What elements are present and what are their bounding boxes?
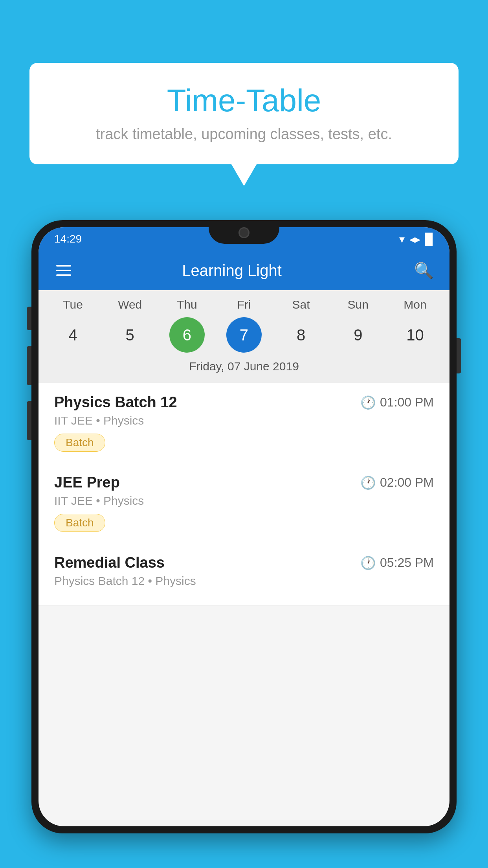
schedule-item-2-header: JEE Prep 🕐 02:00 PM (54, 474, 434, 491)
calendar-strip: Tue Wed Thu Fri Sat Sun Mon 4 5 6 7 8 9 … (39, 290, 449, 383)
schedule-time-label-3: 05:25 PM (380, 555, 434, 570)
phone-mockup: 14:29 ▾ ◂▸ ▉ Learning Light 🔍 (31, 220, 457, 868)
menu-button[interactable] (52, 261, 75, 280)
status-icons: ▾ ◂▸ ▉ (399, 233, 434, 246)
clock-icon-3: 🕐 (360, 555, 376, 570)
schedule-list: Physics Batch 12 🕐 01:00 PM IIT JEE • Ph… (39, 383, 449, 605)
volume-up-button (27, 307, 31, 330)
phone-screen: 14:29 ▾ ◂▸ ▉ Learning Light 🔍 (39, 227, 449, 826)
day-4[interactable]: 4 (55, 317, 91, 353)
schedule-subtitle-2: IIT JEE • Physics (54, 494, 434, 508)
schedule-time-label-2: 02:00 PM (380, 475, 434, 490)
hamburger-line-1 (56, 265, 71, 267)
day-8[interactable]: 8 (283, 317, 319, 353)
power-button (457, 338, 461, 373)
schedule-time-2: 🕐 02:00 PM (360, 475, 434, 490)
schedule-subtitle-3: Physics Batch 12 • Physics (54, 574, 434, 588)
day-numbers: 4 5 6 7 8 9 10 (39, 317, 449, 353)
day-header-wed: Wed (110, 298, 150, 311)
app-title: Learning Light (75, 262, 412, 280)
status-time: 14:29 (54, 233, 82, 245)
battery-icon: ▉ (425, 233, 434, 246)
bubble-subtitle: track timetable, upcoming classes, tests… (53, 126, 435, 143)
day-header-sun: Sun (338, 298, 378, 311)
day-headers: Tue Wed Thu Fri Sat Sun Mon (39, 298, 449, 311)
signal-icon: ◂▸ (409, 233, 420, 246)
day-header-fri: Fri (224, 298, 264, 311)
wifi-icon: ▾ (399, 233, 405, 246)
schedule-item-3[interactable]: Remedial Class 🕐 05:25 PM Physics Batch … (39, 543, 449, 605)
app-bar: Learning Light 🔍 (39, 251, 449, 290)
schedule-subtitle-1: IIT JEE • Physics (54, 414, 434, 427)
schedule-item-1[interactable]: Physics Batch 12 🕐 01:00 PM IIT JEE • Ph… (39, 383, 449, 463)
speech-bubble-container: Time-Table track timetable, upcoming cla… (29, 63, 459, 164)
schedule-time-label-1: 01:00 PM (380, 395, 434, 410)
schedule-time-3: 🕐 05:25 PM (360, 555, 434, 570)
day-5[interactable]: 5 (112, 317, 148, 353)
volume-down-button (27, 346, 31, 385)
day-10[interactable]: 10 (397, 317, 433, 353)
schedule-title-1: Physics Batch 12 (54, 394, 177, 411)
clock-icon-1: 🕐 (360, 395, 376, 410)
day-7-selected[interactable]: 7 (226, 317, 262, 353)
hamburger-line-3 (56, 274, 71, 276)
phone-notch (209, 220, 279, 244)
search-button[interactable]: 🔍 (412, 261, 436, 280)
speech-bubble: Time-Table track timetable, upcoming cla… (29, 63, 459, 164)
front-camera (238, 227, 250, 238)
day-6-today[interactable]: 6 (169, 317, 205, 353)
day-header-mon: Mon (395, 298, 435, 311)
day-header-sat: Sat (281, 298, 321, 311)
schedule-item-1-header: Physics Batch 12 🕐 01:00 PM (54, 394, 434, 411)
schedule-item-3-header: Remedial Class 🕐 05:25 PM (54, 554, 434, 571)
schedule-item-2[interactable]: JEE Prep 🕐 02:00 PM IIT JEE • Physics Ba… (39, 463, 449, 543)
silent-button (27, 401, 31, 440)
batch-badge-2: Batch (54, 514, 105, 532)
schedule-time-1: 🕐 01:00 PM (360, 395, 434, 410)
phone-outer: 14:29 ▾ ◂▸ ▉ Learning Light 🔍 (31, 220, 457, 833)
selected-date-label: Friday, 07 June 2019 (39, 353, 449, 379)
schedule-title-2: JEE Prep (54, 474, 120, 491)
day-header-thu: Thu (167, 298, 207, 311)
clock-icon-2: 🕐 (360, 475, 376, 490)
batch-badge-1: Batch (54, 434, 105, 452)
schedule-title-3: Remedial Class (54, 554, 165, 571)
day-9[interactable]: 9 (340, 317, 376, 353)
day-header-tue: Tue (53, 298, 93, 311)
hamburger-line-2 (56, 270, 71, 271)
bubble-title: Time-Table (53, 83, 435, 119)
